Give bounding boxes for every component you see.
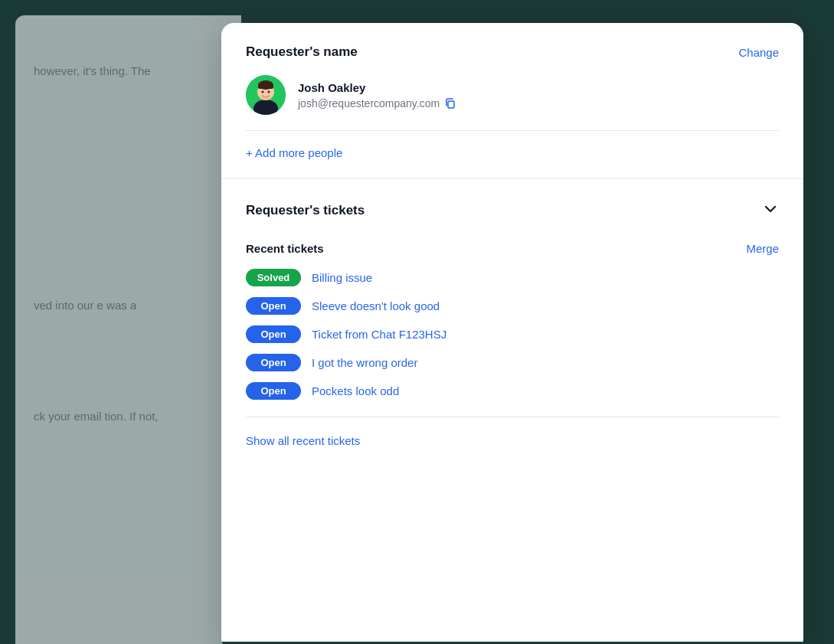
svg-point-5 xyxy=(262,91,264,93)
ticket-link-0[interactable]: Billing issue xyxy=(312,271,372,284)
avatar xyxy=(246,75,286,115)
requester-email-row: josh@requestercompany.com xyxy=(298,97,456,110)
requester-email-text: josh@requestercompany.com xyxy=(298,97,440,110)
ticket-link-2[interactable]: Ticket from Chat F123HSJ xyxy=(312,328,446,341)
chevron-down-icon[interactable] xyxy=(762,201,779,221)
ticket-item: OpenSleeve doesn't look good xyxy=(246,297,779,315)
copy-icon[interactable] xyxy=(444,97,456,110)
status-badge-open: Open xyxy=(246,297,301,315)
requester-section-title: Requester's name xyxy=(246,44,358,60)
status-badge-open: Open xyxy=(246,382,301,400)
ticket-list: SolvedBilling issueOpenSleeve doesn't lo… xyxy=(246,269,779,400)
tickets-divider xyxy=(246,417,779,417)
main-panel: Requester's name Change xyxy=(221,23,803,644)
ticket-link-1[interactable]: Sleeve doesn't look good xyxy=(312,299,440,312)
svg-rect-4 xyxy=(258,85,273,89)
left-text-middle: ved into our e was a xyxy=(34,296,223,315)
requester-section-header: Requester's name Change xyxy=(246,44,779,60)
change-link[interactable]: Change xyxy=(738,46,779,59)
svg-rect-8 xyxy=(448,101,454,108)
show-all-tickets-link[interactable]: Show all recent tickets xyxy=(246,434,360,447)
status-badge-open: Open xyxy=(246,325,301,343)
left-text-top: however, it's thing. The xyxy=(34,61,223,81)
svg-point-6 xyxy=(268,91,270,93)
requester-info: Josh Oakley josh@requestercompany.com xyxy=(246,75,779,115)
recent-tickets-label: Recent tickets xyxy=(246,242,324,255)
ticket-link-3[interactable]: I got the wrong order xyxy=(312,356,417,369)
left-text-bottom: ck your email tion. If not, xyxy=(34,407,223,427)
ticket-link-4[interactable]: Pockets look odd xyxy=(312,384,399,397)
svg-point-7 xyxy=(260,96,271,100)
ticket-item: SolvedBilling issue xyxy=(246,269,779,286)
status-badge-solved: Solved xyxy=(246,269,301,286)
tickets-section-title: Requester's tickets xyxy=(246,203,365,218)
tickets-section: Requester's tickets Recent tickets Merge… xyxy=(221,179,803,448)
ticket-item: OpenI got the wrong order xyxy=(246,354,779,371)
requester-divider xyxy=(246,130,779,131)
merge-link[interactable]: Merge xyxy=(746,242,779,255)
tickets-section-header: Requester's tickets xyxy=(246,201,779,221)
status-badge-open: Open xyxy=(246,354,301,371)
requester-name: Josh Oakley xyxy=(298,81,456,94)
left-background: however, it's thing. The ved into our e … xyxy=(15,15,241,644)
ticket-item: OpenTicket from Chat F123HSJ xyxy=(246,325,779,343)
recent-tickets-header: Recent tickets Merge xyxy=(246,242,779,255)
requester-details: Josh Oakley josh@requestercompany.com xyxy=(298,81,456,110)
requester-section: Requester's name Change xyxy=(221,23,803,179)
add-people-link[interactable]: + Add more people xyxy=(246,146,342,159)
ticket-item: OpenPockets look odd xyxy=(246,382,779,400)
